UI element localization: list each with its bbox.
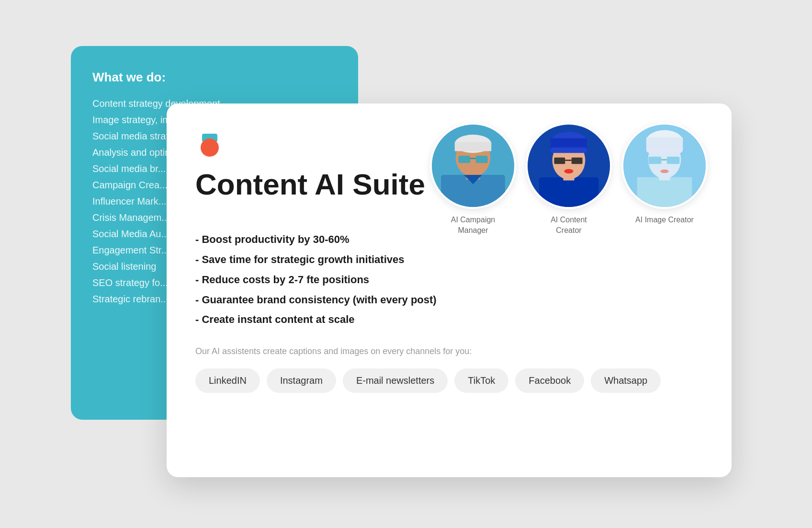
channel-facebook[interactable]: Facebook (515, 368, 584, 393)
channels-row: LinkedIN Instagram E-mail newsletters Ti… (195, 368, 703, 393)
channel-whatsapp[interactable]: Whatsapp (591, 368, 661, 393)
svg-rect-28 (646, 147, 683, 153)
avatar-item-2: AI Content Creator (526, 123, 612, 236)
svg-rect-12 (539, 177, 598, 207)
avatar-circle-3 (621, 123, 708, 209)
channel-email[interactable]: E-mail newsletters (343, 368, 448, 393)
logo-icon (195, 130, 224, 159)
white-card: Content AI Suite (167, 103, 732, 477)
svg-rect-17 (551, 148, 587, 153)
avatar-circle-2 (526, 123, 612, 209)
benefit-4: - Guarantee brand consistency (with ever… (195, 290, 703, 310)
svg-rect-6 (455, 142, 491, 151)
svg-rect-18 (554, 158, 565, 164)
logo-circle (201, 138, 219, 157)
channel-linkedin[interactable]: LinkedIN (195, 368, 260, 393)
subtitle: Our AI assistents create captions and im… (195, 346, 703, 356)
benefit-2: - Save time for strategic growth initiat… (195, 250, 703, 270)
benefit-5: - Create instant content at scale (195, 310, 703, 330)
teal-card-heading: What we do: (92, 70, 337, 85)
avatar-label-3: AI Image Creator (635, 215, 694, 225)
avatars-row: AI Campaign Manager (430, 123, 708, 236)
avatar-label-2: AI Content Creator (538, 215, 600, 236)
svg-rect-7 (458, 156, 470, 163)
benefit-3: - Reduce costs by 2-7 fte positions (195, 270, 703, 290)
svg-rect-19 (572, 158, 583, 164)
channel-instagram[interactable]: Instagram (267, 368, 336, 393)
svg-rect-8 (476, 156, 488, 163)
svg-point-21 (564, 169, 573, 174)
avatar-item-1: AI Campaign Manager (430, 123, 516, 236)
avatar-label-1: AI Campaign Manager (442, 215, 504, 236)
avatar-circle-1 (430, 123, 516, 209)
svg-rect-29 (649, 157, 662, 164)
svg-rect-23 (637, 177, 692, 207)
channel-tiktok[interactable]: TikTok (454, 368, 508, 393)
avatar-item-3: AI Image Creator (621, 123, 708, 225)
svg-point-32 (660, 170, 668, 173)
benefits-section: - Boost productivity by 30-60% - Save ti… (195, 230, 703, 330)
scene: What we do: Content strategy development… (71, 36, 741, 492)
svg-rect-30 (667, 157, 680, 164)
